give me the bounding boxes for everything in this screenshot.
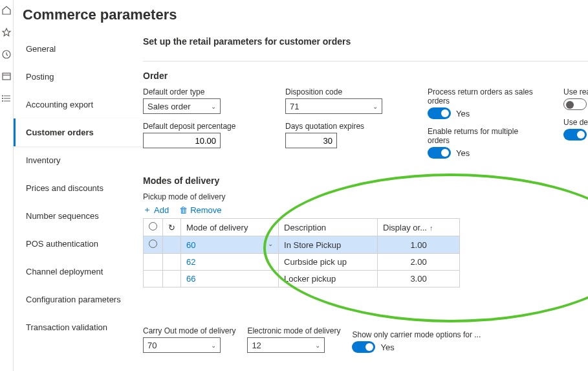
select-all-header[interactable] <box>144 219 163 236</box>
use-defau-label: Use defau <box>563 118 588 127</box>
process-return-value: Yes <box>456 109 470 118</box>
row-selector[interactable] <box>144 254 163 271</box>
carry-out-label: Carry Out mode of delivery <box>143 326 235 335</box>
disposition-code-value: 71 <box>290 102 299 111</box>
content-pane: Set up the retail parameters for custome… <box>143 32 588 371</box>
order-group-title: Order <box>143 71 588 81</box>
use-realti-label: Use realti <box>563 87 588 96</box>
default-deposit-label: Default deposit percentage <box>143 122 259 131</box>
svg-point-2 <box>3 96 3 96</box>
default-order-type-value: Sales order <box>147 102 190 111</box>
row-spacer <box>163 254 181 271</box>
nav-inventory[interactable]: Inventory <box>14 146 143 174</box>
nav-channel-deployment[interactable]: Channel deployment <box>14 258 143 286</box>
row-selector[interactable] <box>144 271 163 287</box>
pickup-modes-grid: ↻ Mode of delivery Description Display o… <box>143 218 460 287</box>
table-row[interactable]: 62Curbside pick up2.00 <box>144 254 460 271</box>
desc-cell: In Store Pickup <box>279 236 378 254</box>
process-return-toggle[interactable] <box>428 107 451 119</box>
default-order-type-label: Default order type <box>143 87 259 96</box>
remove-button[interactable]: 🗑 Remove <box>179 204 221 216</box>
mode-cell[interactable]: 66 <box>181 271 279 287</box>
disposition-code-select[interactable]: 71 ⌄ <box>285 98 382 114</box>
col-mode[interactable]: Mode of delivery <box>181 219 279 236</box>
desc-cell: Locker pickup <box>279 271 378 287</box>
nav-pos-authentication[interactable]: POS authentication <box>14 230 143 258</box>
svg-rect-1 <box>3 73 10 80</box>
show-carrier-value: Yes <box>380 343 394 352</box>
section-header: Set up the retail parameters for custome… <box>143 32 588 54</box>
nav-configuration-parameters[interactable]: Configuration parameters <box>14 286 143 313</box>
disposition-code-label: Disposition code <box>285 87 402 96</box>
favorite-icon[interactable] <box>0 26 13 39</box>
days-quote-label: Days quotation expires <box>285 122 402 131</box>
carry-out-select[interactable]: 70 ⌄ <box>143 337 221 353</box>
remove-label: Remove <box>190 205 221 215</box>
row-spacer <box>163 271 181 287</box>
electronic-label: Electronic mode of delivery <box>247 326 340 335</box>
nav-transaction-validation[interactable]: Transaction validation <box>14 313 143 341</box>
order-cell: 3.00 <box>378 271 460 287</box>
default-order-type-select[interactable]: Sales order ⌄ <box>143 98 221 114</box>
table-row[interactable]: 66Locker pickup3.00 <box>144 271 460 287</box>
nav-number-sequences[interactable]: Number sequences <box>14 202 143 230</box>
nav-general[interactable]: General <box>14 35 143 63</box>
trash-icon: 🗑 <box>179 205 188 215</box>
col-desc[interactable]: Description <box>279 219 378 236</box>
electronic-select[interactable]: 12 ⌄ <box>247 337 325 353</box>
nav-accounting-export[interactable]: Accounting export <box>14 91 143 118</box>
process-return-label: Process return orders as sales orders <box>428 87 538 106</box>
order-cell: 1.00 <box>378 236 460 254</box>
chevron-down-icon: ⌄ <box>211 103 216 110</box>
svg-point-3 <box>3 98 3 99</box>
mode-cell[interactable]: 60 ⌄ <box>181 236 279 254</box>
recent-icon[interactable] <box>0 48 13 61</box>
show-carrier-label: Show only carrier mode options for ... <box>352 330 481 339</box>
add-button[interactable]: ＋ Add <box>143 204 169 216</box>
desc-cell: Curbside pick up <box>279 254 378 271</box>
default-deposit-input[interactable] <box>143 133 221 148</box>
enable-returns-value: Yes <box>456 148 470 158</box>
icon-rail <box>0 0 14 371</box>
col-order[interactable]: Display or...↑ <box>378 219 460 236</box>
page-title: Commerce parameters <box>14 0 588 32</box>
plus-icon: ＋ <box>143 204 151 216</box>
workspace-icon[interactable] <box>0 70 13 83</box>
use-defau-toggle[interactable] <box>563 129 587 141</box>
chevron-down-icon: ⌄ <box>315 342 320 349</box>
electronic-value: 12 <box>252 341 261 350</box>
sort-asc-icon: ↑ <box>430 224 433 232</box>
home-icon[interactable] <box>0 4 13 17</box>
add-label: Add <box>154 205 169 215</box>
order-cell: 2.00 <box>378 254 460 271</box>
nav-posting[interactable]: Posting <box>14 63 143 91</box>
svg-point-4 <box>3 101 3 102</box>
refresh-header[interactable]: ↻ <box>163 219 181 236</box>
carry-out-value: 70 <box>147 341 157 350</box>
list-icon[interactable] <box>0 92 13 105</box>
row-spacer <box>163 236 181 254</box>
days-quote-input[interactable] <box>285 133 337 148</box>
nav-prices-discounts[interactable]: Prices and discounts <box>14 174 143 202</box>
mode-cell[interactable]: 62 <box>181 254 279 271</box>
chevron-down-icon: ⌄ <box>211 342 216 349</box>
modes-title: Modes of delivery <box>143 175 588 186</box>
chevron-down-icon: ⌄ <box>373 103 378 110</box>
use-realti-toggle[interactable] <box>563 98 587 110</box>
pickup-mode-label: Pickup mode of delivery <box>143 192 588 201</box>
table-row[interactable]: 60 ⌄In Store Pickup1.00 <box>144 236 460 254</box>
row-selector[interactable] <box>144 236 163 254</box>
enable-returns-label: Enable returns for multiple orders <box>428 127 538 145</box>
enable-returns-toggle[interactable] <box>428 147 451 159</box>
show-carrier-toggle[interactable] <box>352 341 375 353</box>
nav-customer-orders[interactable]: Customer orders <box>14 118 143 146</box>
side-nav: General Posting Accounting export Custom… <box>14 32 143 371</box>
